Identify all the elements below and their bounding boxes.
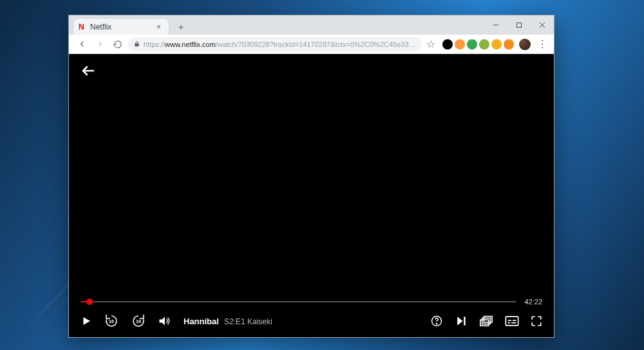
bookmark-star-button[interactable]: ☆: [426, 38, 435, 50]
extension-tray: [440, 39, 514, 50]
episode-info: S2:E1 Kaiseki: [224, 317, 272, 326]
windows-desktop: N Netflix × +: [0, 0, 644, 350]
next-episode-button[interactable]: [455, 315, 468, 327]
tab-strip: N Netflix × +: [69, 15, 554, 35]
svg-rect-12: [482, 318, 491, 324]
nav-forward-button[interactable]: [92, 37, 108, 52]
svg-rect-11: [480, 320, 489, 326]
play-button[interactable]: [80, 315, 92, 327]
player-back-button[interactable]: [80, 63, 96, 81]
svg-rect-14: [506, 317, 518, 326]
netflix-favicon-icon: N: [79, 23, 86, 31]
address-bar[interactable]: https://www.netflix.com/watch/70309228?t…: [128, 37, 421, 51]
extension-icon[interactable]: [442, 39, 453, 50]
svg-rect-1: [517, 23, 522, 28]
svg-rect-10: [464, 317, 466, 325]
nav-reload-button[interactable]: [110, 37, 126, 52]
svg-point-8: [436, 324, 437, 324]
svg-rect-13: [484, 317, 492, 322]
progress-track[interactable]: [80, 301, 516, 302]
window-maximize-button[interactable]: [507, 15, 531, 35]
svg-marker-9: [457, 317, 462, 325]
controls-row: 10 10 Hannibal S2:E1 Kaiseki: [80, 311, 542, 331]
extension-icon[interactable]: [504, 39, 514, 50]
browser-tab-netflix[interactable]: N Netflix ×: [73, 18, 169, 35]
time-remaining: 42:22: [524, 298, 542, 306]
window-close-button[interactable]: [531, 15, 554, 35]
profile-avatar[interactable]: [519, 39, 531, 50]
now-playing-title: Hannibal S2:E1 Kaiseki: [184, 317, 272, 326]
svg-marker-6: [160, 317, 165, 325]
new-tab-button[interactable]: +: [173, 19, 189, 35]
subtitles-button[interactable]: [505, 315, 519, 327]
fullscreen-button[interactable]: [531, 315, 542, 327]
extension-icon[interactable]: [491, 39, 502, 50]
lock-icon: [133, 41, 140, 48]
extension-icon[interactable]: [455, 39, 465, 50]
window-minimize-button[interactable]: [484, 15, 507, 35]
help-button[interactable]: [430, 315, 443, 327]
netflix-player: 42:22 10 10 Hannibal: [69, 54, 554, 337]
svg-marker-5: [84, 317, 91, 325]
forward-10-button[interactable]: 10: [131, 313, 146, 329]
chrome-window: N Netflix × +: [68, 15, 554, 338]
volume-button[interactable]: [158, 315, 171, 327]
nav-back-button[interactable]: [74, 37, 90, 52]
progress-knob[interactable]: [86, 299, 93, 305]
tab-title: Netflix: [90, 23, 154, 32]
extension-icon[interactable]: [479, 39, 489, 50]
address-toolbar: https://www.netflix.com/watch/70309228?t…: [69, 35, 554, 54]
url-text: https://www.netflix.com/watch/70309228?t…: [144, 41, 416, 48]
tab-close-button[interactable]: ×: [154, 23, 164, 32]
chrome-menu-button[interactable]: ⋮: [536, 38, 549, 50]
progress-row: 42:22: [80, 297, 542, 306]
show-title: Hannibal: [184, 317, 219, 326]
episodes-button[interactable]: [479, 315, 493, 327]
rewind-10-button[interactable]: 10: [104, 313, 119, 329]
extension-icon[interactable]: [467, 39, 477, 50]
